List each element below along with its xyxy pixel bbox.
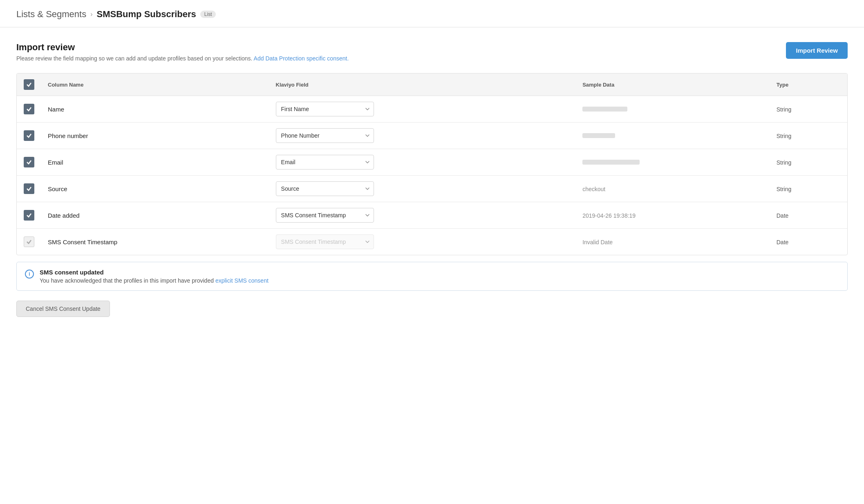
- breadcrumb-badge: List: [200, 11, 216, 18]
- table-row: Phone numberPhone NumberFirst NameLast N…: [17, 123, 847, 149]
- type-label-3: String: [777, 186, 792, 192]
- type-label-4: Date: [777, 212, 789, 219]
- klaviyo-field-select-5[interactable]: SMS Consent TimestampFirst NameLast Name…: [276, 234, 374, 249]
- sms-consent-info-box: i SMS consent updated You have acknowled…: [16, 262, 848, 291]
- mapping-table-container: Column Name Klaviyo Field Sample Data Ty…: [16, 73, 848, 255]
- header-type: Type: [770, 74, 847, 96]
- row-checkbox-5[interactable]: [24, 236, 34, 247]
- row-checkbox-cell-1: [17, 123, 41, 149]
- sample-data-cell-2: [576, 149, 770, 176]
- info-box-text: You have acknowledged that the profiles …: [40, 277, 269, 284]
- sample-data-bar-2: [582, 160, 640, 165]
- column-name-1: Phone number: [41, 123, 269, 149]
- explicit-sms-consent-link[interactable]: explicit SMS consent: [215, 277, 269, 284]
- klaviyo-field-cell-2: EmailFirst NameLast NamePhone NumberSour…: [269, 149, 576, 176]
- import-header-text: Import review Please review the field ma…: [16, 42, 349, 62]
- info-box-text-content: You have acknowledged that the profiles …: [40, 277, 214, 284]
- sample-data-text-4: 2019-04-26 19:38:19: [582, 212, 636, 219]
- column-name-3: Source: [41, 176, 269, 202]
- table-row: EmailEmailFirst NameLast NamePhone Numbe…: [17, 149, 847, 176]
- main-content: Import review Please review the field ma…: [0, 27, 864, 332]
- table-row: SourceSourceFirst NameLast NameEmailPhon…: [17, 176, 847, 202]
- row-checkbox-cell-0: [17, 96, 41, 123]
- sample-data-cell-0: [576, 96, 770, 123]
- breadcrumb: Lists & Segments › SMSBump Subscribers L…: [0, 0, 864, 27]
- table-row: SMS Consent TimestampSMS Consent Timesta…: [17, 229, 847, 255]
- table-row: Date addedSMS Consent TimestampFirst Nam…: [17, 202, 847, 229]
- type-label-5: Date: [777, 239, 789, 245]
- klaviyo-field-select-1[interactable]: Phone NumberFirst NameLast NameEmailSour…: [276, 128, 374, 143]
- import-subtitle-text: Please review the field mapping so we ca…: [16, 55, 252, 62]
- data-protection-link[interactable]: Add Data Protection specific consent.: [254, 55, 349, 62]
- column-name-5: SMS Consent Timestamp: [41, 229, 269, 255]
- klaviyo-field-select-3[interactable]: SourceFirst NameLast NameEmailPhone Numb…: [276, 181, 374, 196]
- cancel-sms-consent-button[interactable]: Cancel SMS Consent Update: [16, 301, 110, 317]
- sample-data-cell-1: [576, 123, 770, 149]
- klaviyo-field-cell-3: SourceFirst NameLast NameEmailPhone Numb…: [269, 176, 576, 202]
- sample-data-cell-4: 2019-04-26 19:38:19: [576, 202, 770, 229]
- sample-data-bar-1: [582, 133, 615, 138]
- row-checkbox-1[interactable]: [24, 130, 34, 141]
- header-checkbox[interactable]: [24, 79, 34, 90]
- type-cell-1: String: [770, 123, 847, 149]
- breadcrumb-lists-link[interactable]: Lists & Segments: [16, 9, 86, 20]
- type-cell-4: Date: [770, 202, 847, 229]
- klaviyo-field-cell-1: Phone NumberFirst NameLast NameEmailSour…: [269, 123, 576, 149]
- row-checkbox-2[interactable]: [24, 157, 34, 167]
- breadcrumb-arrow: ›: [90, 11, 92, 18]
- klaviyo-field-cell-0: First NameLast NameEmailPhone NumberSour…: [269, 96, 576, 123]
- import-header: Import review Please review the field ma…: [16, 42, 848, 62]
- table-row: NameFirst NameLast NameEmailPhone Number…: [17, 96, 847, 123]
- type-cell-2: String: [770, 149, 847, 176]
- row-checkbox-cell-3: [17, 176, 41, 202]
- import-review-button[interactable]: Import Review: [786, 42, 848, 59]
- info-content: SMS consent updated You have acknowledge…: [40, 269, 269, 284]
- info-icon: i: [25, 270, 34, 279]
- klaviyo-field-cell-5: SMS Consent TimestampFirst NameLast Name…: [269, 229, 576, 255]
- type-label-1: String: [777, 133, 792, 139]
- sample-data-text-3: checkout: [582, 186, 605, 192]
- klaviyo-field-cell-4: SMS Consent TimestampFirst NameLast Name…: [269, 202, 576, 229]
- header-column-name: Column Name: [41, 74, 269, 96]
- row-checkbox-cell-5: [17, 229, 41, 255]
- mapping-table: Column Name Klaviyo Field Sample Data Ty…: [17, 74, 847, 255]
- sample-data-bar-0: [582, 107, 627, 112]
- klaviyo-field-select-0[interactable]: First NameLast NameEmailPhone NumberSour…: [276, 102, 374, 116]
- column-name-4: Date added: [41, 202, 269, 229]
- sample-data-cell-3: checkout: [576, 176, 770, 202]
- import-title: Import review: [16, 42, 349, 53]
- info-box-title: SMS consent updated: [40, 269, 269, 276]
- row-checkbox-3[interactable]: [24, 183, 34, 194]
- column-name-0: Name: [41, 96, 269, 123]
- klaviyo-field-select-2[interactable]: EmailFirst NameLast NamePhone NumberSour…: [276, 155, 374, 169]
- type-cell-0: String: [770, 96, 847, 123]
- table-header-row: Column Name Klaviyo Field Sample Data Ty…: [17, 74, 847, 96]
- header-checkbox-cell: [17, 74, 41, 96]
- type-cell-3: String: [770, 176, 847, 202]
- import-subtitle: Please review the field mapping so we ca…: [16, 55, 349, 62]
- row-checkbox-0[interactable]: [24, 104, 34, 114]
- type-cell-5: Date: [770, 229, 847, 255]
- header-klaviyo-field: Klaviyo Field: [269, 74, 576, 96]
- column-name-2: Email: [41, 149, 269, 176]
- row-checkbox-cell-2: [17, 149, 41, 176]
- klaviyo-field-select-4[interactable]: SMS Consent TimestampFirst NameLast Name…: [276, 208, 374, 223]
- type-label-2: String: [777, 159, 792, 166]
- row-checkbox-4[interactable]: [24, 210, 34, 221]
- breadcrumb-current: SMSBump Subscribers: [97, 9, 196, 20]
- header-sample-data: Sample Data: [576, 74, 770, 96]
- type-label-0: String: [777, 106, 792, 113]
- row-checkbox-cell-4: [17, 202, 41, 229]
- sample-data-cell-5: Invalid Date: [576, 229, 770, 255]
- sample-data-text-5: Invalid Date: [582, 239, 613, 245]
